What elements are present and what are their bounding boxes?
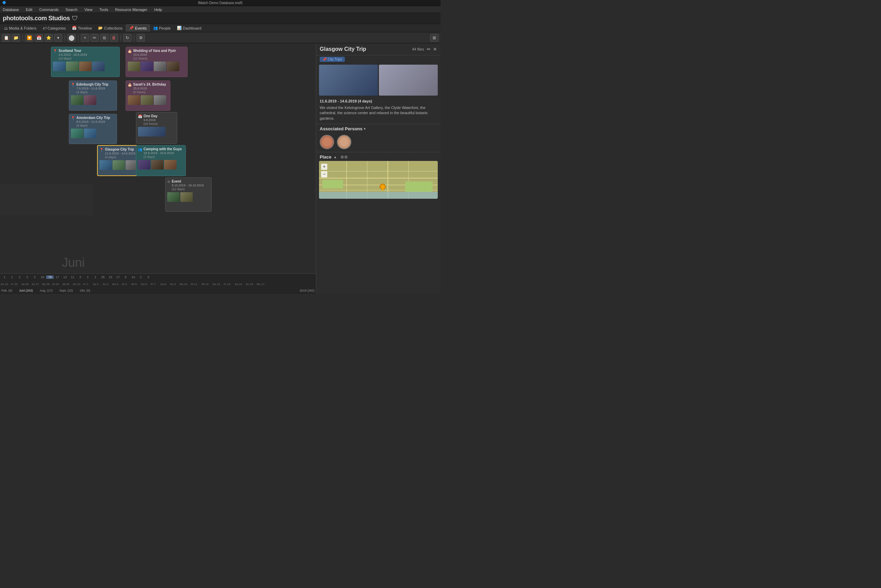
- tl-num: 3: [144, 275, 152, 279]
- window-title: IMatch Demo Database.imd5: [198, 1, 243, 5]
- open-button[interactable]: 📁: [12, 34, 20, 42]
- tl-date: Fr 14.: [224, 283, 235, 286]
- chevron-down-icon[interactable]: ▾: [364, 127, 365, 130]
- calendar-button[interactable]: 📅: [35, 34, 43, 42]
- event-thumb: [180, 192, 193, 202]
- events-icon: 📌: [129, 26, 134, 30]
- tl-date: Do 31.: [73, 283, 83, 286]
- event-card-edinburgh[interactable]: 📍 Edinburgh City Trip 7.6.2019 - 11.6.20…: [69, 81, 117, 111]
- event-thumb: [154, 62, 166, 71]
- event-thumb: [71, 129, 83, 138]
- event-thumb: [53, 62, 65, 71]
- event-thumb: [138, 160, 150, 170]
- tl-date: Do 6.: [141, 283, 151, 286]
- tl-date: Mi 5.: [131, 283, 141, 286]
- event-title: Camping with the Guys: [143, 147, 182, 151]
- tab-media-folders[interactable]: 🗂 Media & Folders: [2, 25, 39, 31]
- settings-icon: ⚙: [167, 180, 170, 184]
- event-title: Scotland Tour: [59, 49, 87, 52]
- event-duration: (4 days): [105, 155, 135, 159]
- tl-date: Mo 28.: [42, 283, 52, 286]
- event-title: Sarah's 24. Birthday: [133, 82, 166, 86]
- tl-date: Fr 7.: [151, 283, 160, 286]
- tl-date: Mi 12.: [201, 283, 213, 286]
- pin-icon: 📍: [99, 148, 104, 152]
- event-thumb: [66, 62, 78, 71]
- add-button[interactable]: +: [81, 34, 89, 42]
- avatar-person-2[interactable]: [337, 135, 351, 149]
- place-expand-icon[interactable]: ▲: [334, 155, 337, 159]
- tl-num: 14: [129, 275, 137, 279]
- menu-view[interactable]: View: [83, 7, 94, 12]
- city-trips-badge[interactable]: 📌 City Trips: [320, 57, 345, 62]
- toolbar-separator-3: [78, 35, 78, 41]
- rp-edit-button[interactable]: ✏: [427, 46, 431, 52]
- event-thumb: [84, 95, 96, 105]
- tab-people[interactable]: 👥 People: [150, 25, 173, 31]
- rp-close-button[interactable]: ✕: [433, 46, 437, 52]
- event-card-camping[interactable]: 👥 Camping with the Guys 18.9.2019 - 20.9…: [136, 145, 186, 176]
- menubar: Database Edit Commands Search View Tools…: [0, 6, 440, 13]
- menu-edit[interactable]: Edit: [24, 7, 34, 12]
- tab-collections[interactable]: 📂 Collections: [95, 25, 125, 31]
- tab-events[interactable]: 📌 Events: [126, 24, 150, 32]
- menu-help[interactable]: Help: [153, 7, 164, 12]
- rp-header: Glasgow City Trip 44 files ✏ ✕: [316, 44, 440, 56]
- tab-categories[interactable]: 🏷 Categories: [40, 25, 69, 31]
- event-card-sarahs-birthday[interactable]: 🎂 Sarah's 24. Birthday 25.6.2019 (6 hour…: [126, 81, 170, 111]
- associated-persons-title: Associated Persons ▾: [320, 126, 365, 131]
- rp-avatars: [316, 134, 440, 152]
- tl-num: 3: [23, 275, 31, 279]
- event-card-scotland-tour[interactable]: 📍 Scotland Tour 4.6.2019 - 18.6.2019 (14…: [51, 47, 120, 77]
- new-button[interactable]: 📋: [2, 34, 11, 42]
- tl-num: 2: [137, 275, 144, 279]
- pin-icon: 📍: [71, 83, 75, 87]
- event-card-event[interactable]: ⚙ Event 8.10.2019 - 19.10.2019 (12 days): [165, 177, 212, 212]
- dropdown-button[interactable]: ▾: [54, 34, 62, 42]
- event-card-amsterdam[interactable]: 📍 Amsterdam City Trip 8.6.2019 - 11.6.20…: [69, 114, 117, 144]
- rp-place-header: Place ▲ ⚙⚙: [316, 152, 440, 161]
- wedding-icon: 🎂: [128, 49, 132, 53]
- refresh-button[interactable]: ↻: [123, 34, 131, 42]
- rp-map[interactable]: + −: [319, 161, 438, 199]
- menu-search[interactable]: Search: [64, 7, 79, 12]
- tl-month-okt: Okt. (0): [80, 289, 90, 292]
- event-card-wedding[interactable]: 🎂 Wedding of Vara and Pjotr 23.6.2019 (1…: [126, 47, 188, 77]
- circle-button[interactable]: ⬤: [68, 34, 76, 42]
- event-card-one-day[interactable]: 📅 One Day 9.8.2019 (24 hours): [136, 112, 177, 144]
- copy-button[interactable]: ⧉: [100, 34, 108, 42]
- tab-dashboard[interactable]: 📊 Dashboard: [174, 25, 204, 31]
- star-button[interactable]: ⭐: [44, 34, 53, 42]
- event-date: 11.6.2019 - 14.6.2019: [105, 152, 135, 155]
- menu-database[interactable]: Database: [2, 7, 20, 12]
- tl-num: 2: [31, 275, 39, 279]
- event-date: 7.6.2019 - 11.6.2019: [77, 87, 108, 90]
- delete-button[interactable]: 🗑: [110, 34, 118, 42]
- tl-month-feb: Feb. (0): [2, 289, 12, 292]
- app-title: phototools.com Studios: [3, 15, 70, 22]
- events-canvas[interactable]: 📍 Scotland Tour 4.6.2019 - 18.6.2019 (14…: [0, 44, 316, 273]
- tl-date: Di 4.: [122, 283, 131, 286]
- tl-date: Mo 10.: [180, 283, 191, 286]
- event-thumb: [151, 160, 164, 170]
- event-title: Amsterdam City Trip: [77, 116, 110, 120]
- event-title: Wedding of Vara and Pjotr: [133, 49, 176, 52]
- panel-toggle-button[interactable]: ⊞: [430, 34, 438, 42]
- tl-month-sept: Sept. (22): [60, 289, 73, 292]
- tab-timeline[interactable]: 📅 Timeline: [69, 25, 95, 31]
- place-settings-icon[interactable]: ⚙⚙: [340, 155, 348, 159]
- menu-commands[interactable]: Commands: [38, 7, 60, 12]
- timeline-dates: Do 24. Fr 25. Sa 26. So 27. Mo 28. Di 29…: [0, 280, 316, 288]
- filter-button[interactable]: 🔽: [25, 34, 33, 42]
- birthday-icon: 🎂: [128, 83, 132, 87]
- rp-dates: 11.6.2019 - 14.6.2019 (4 days): [316, 97, 440, 104]
- edit-button[interactable]: ✏: [90, 34, 99, 42]
- menu-tools[interactable]: Tools: [98, 7, 110, 12]
- tl-month-aug: Aug. (17): [40, 289, 53, 292]
- rp-photos: [316, 63, 440, 97]
- tl-date: Sa 15.: [235, 283, 246, 286]
- settings-button[interactable]: ⚙: [137, 34, 145, 42]
- menu-resource-manager[interactable]: Resource Manager: [114, 7, 149, 12]
- timeline-months: Feb. (0) Juni (203) Aug. (17) Sept. (22)…: [0, 288, 316, 294]
- avatar-person-1[interactable]: [320, 135, 334, 149]
